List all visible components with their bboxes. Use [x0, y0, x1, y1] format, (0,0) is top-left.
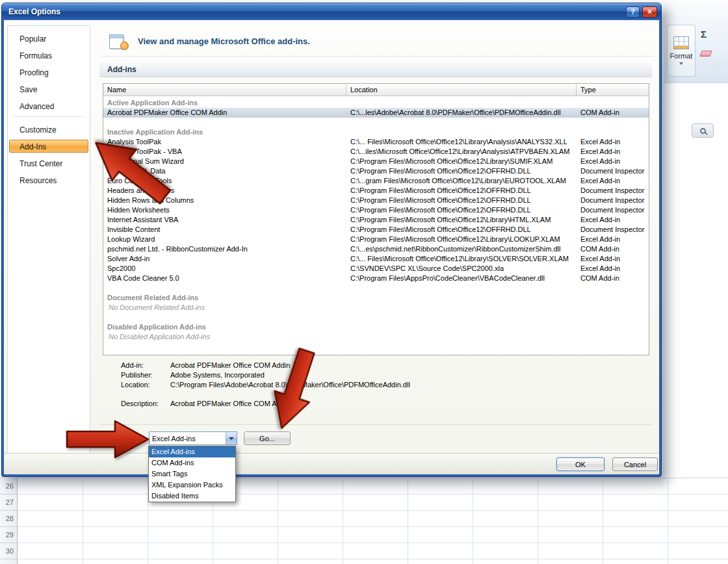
detail-label: Location: [121, 380, 170, 390]
detail-value: C:\Program Files\Adobe\Acrobat 8.0\PDFMa… [170, 380, 649, 390]
excel-background: Format Σ 2627282930 Excel Options ? × Po… [0, 0, 728, 564]
page-title: View and manage Microsoft Office add-ins… [138, 36, 310, 46]
detail-row: Description:Acrobat PDFMaker Office COM … [121, 399, 649, 409]
row-header-column: 2627282930 [0, 478, 18, 564]
sidebar-item-customize[interactable]: Customize [9, 123, 88, 136]
addin-name: Headers and Footers [103, 186, 346, 196]
sidebar-item-formulas[interactable]: Formulas [9, 49, 88, 62]
addin-row[interactable]: pschmid.net Ltd. - RibbonCustomizer Add-… [103, 244, 649, 254]
addin-row[interactable]: Hidden WorksheetsC:\Program Files\Micros… [103, 205, 649, 215]
addin-details: Add-in:Acrobat PDFMaker Office COM Addin… [121, 361, 649, 409]
sidebar-separator [13, 116, 84, 117]
addin-location: C:\Program Files\AppsPro\CodeCleaner\VBA… [346, 274, 577, 283]
dropdown-option[interactable]: XML Expansion Packs [149, 480, 235, 491]
addin-name: Conditional Sum Wizard [103, 157, 346, 166]
addin-row[interactable]: Custom XML DataC:\Program Files\Microsof… [103, 166, 649, 176]
addin-type: Excel Add-in [577, 176, 649, 186]
addin-location: C:\...iles\Microsoft Office\Office12\Lib… [346, 147, 577, 157]
dialog-titlebar[interactable]: Excel Options ? × [2, 3, 661, 20]
magnifier-icon [700, 128, 706, 134]
clear-eraser-icon[interactable] [699, 51, 712, 57]
addin-name: Hidden Rows and Columns [103, 196, 346, 205]
help-button[interactable]: ? [626, 6, 640, 18]
addin-row[interactable]: Invisible ContentC:\Program Files\Micros… [103, 225, 649, 235]
addin-row[interactable]: Headers and FootersC:\Program Files\Micr… [103, 186, 649, 196]
table-header-row: Name Location Type [103, 84, 649, 96]
close-icon: × [647, 7, 652, 16]
dropdown-option[interactable]: COM Add-ins [149, 457, 235, 468]
dropdown-option[interactable]: Smart Tags [149, 468, 235, 480]
sidebar-item-add-ins[interactable]: Add-Ins [9, 140, 88, 153]
detail-label: Publisher: [121, 370, 170, 380]
row-number: 27 [0, 494, 17, 511]
addins-table: Name Location Type Active Application Ad… [103, 83, 649, 355]
dropdown-option[interactable]: Excel Add-ins [149, 446, 235, 457]
addin-group-header: Document Related Add-ins [103, 293, 649, 303]
addin-type: COM Add-in [577, 244, 649, 254]
sidebar-item-trust-center[interactable]: Trust Center [9, 157, 88, 170]
addin-location: C:\Program Files\Microsoft Office\Office… [346, 205, 577, 215]
autosum-sigma-icon[interactable]: Σ [701, 29, 707, 40]
ribbon-fragment: Format Σ [664, 0, 728, 83]
main-header: View and manage Microsoft Office add-ins… [101, 27, 654, 57]
addin-row[interactable]: Conditional Sum WizardC:\Program Files\M… [103, 157, 649, 166]
manage-dropdown-value: Excel Add-ins [150, 435, 226, 442]
addin-row[interactable]: Lookup WizardC:\Program Files\Microsoft … [103, 235, 649, 244]
addin-name: Euro Currency Tools [103, 176, 346, 186]
sidebar-nav: PopularFormulasProofingSaveAdvancedCusto… [7, 25, 90, 455]
dropdown-button[interactable] [226, 432, 237, 444]
addin-name: Spc2000 [103, 264, 346, 274]
go-button[interactable]: Go... [244, 431, 291, 445]
addin-name: Acrobat PDFMaker Office COM Addin [103, 108, 346, 118]
row-number: 28 [0, 511, 17, 527]
addin-name: Hidden Worksheets [103, 205, 346, 215]
detail-value: Acrobat PDFMaker Office COM Add [170, 399, 649, 409]
addin-row[interactable]: Analysis ToolPak - VBAC:\...iles\Microso… [103, 147, 649, 157]
addin-location: C:\Program Files\Microsoft Office\Office… [346, 196, 577, 205]
addin-type: Document Inspector [577, 196, 649, 205]
addin-name: Custom XML Data [103, 166, 346, 176]
cancel-button[interactable]: Cancel [612, 457, 658, 471]
addin-row[interactable]: Spc2000C:\SVNDEV\SPC XL\Source Code\SPC2… [103, 264, 649, 274]
dropdown-option[interactable]: Disabled Items [149, 491, 235, 502]
addin-location: C:\Program Files\Microsoft Office\Office… [346, 215, 577, 225]
sidebar-item-popular[interactable]: Popular [9, 32, 88, 45]
sidebar-item-resources[interactable]: Resources [9, 173, 88, 186]
addin-row[interactable]: Analysis ToolPakC:\... Files\Microsoft O… [103, 137, 649, 147]
manage-divider [99, 424, 652, 425]
ok-button[interactable]: OK [556, 457, 604, 471]
close-button[interactable]: × [642, 6, 657, 18]
addin-type: COM Add-in [577, 108, 649, 118]
manage-dropdown[interactable]: Excel Add-ins [149, 431, 237, 445]
addin-location: C:\... Files\Microsoft Office\Office12\L… [346, 137, 577, 147]
sidebar-item-advanced[interactable]: Advanced [9, 99, 88, 112]
addin-group-header: Active Application Add-ins [103, 98, 649, 108]
addin-type: Excel Add-in [577, 235, 649, 244]
addin-location: C:\... Files\Microsoft Office\Office12\L… [346, 254, 577, 264]
detail-value: Adobe Systems, Incorporated [170, 370, 649, 380]
column-header-name: Name [103, 84, 346, 96]
detail-row: Publisher:Adobe Systems, Incorporated [121, 370, 649, 380]
manage-dropdown-list: Excel Add-insCOM Add-insSmart TagsXML Ex… [148, 446, 236, 502]
sidebar-item-proofing[interactable]: Proofing [9, 66, 88, 79]
column-header-location: Location [346, 84, 577, 96]
addin-row[interactable]: Hidden Rows and ColumnsC:\Program Files\… [103, 196, 649, 205]
addin-row[interactable]: Acrobat PDFMaker Office COM AddinC:\...l… [103, 108, 649, 118]
addin-location: C:\Program Files\Microsoft Office\Office… [346, 186, 577, 196]
addin-location: C:\Program Files\Microsoft Office\Office… [346, 225, 577, 235]
addin-row[interactable]: Internet Assistant VBAC:\Program Files\M… [103, 215, 649, 225]
addin-row[interactable]: Euro Currency ToolsC:\...gram Files\Micr… [103, 176, 649, 186]
background-widget [692, 123, 714, 138]
detail-row: Add-in:Acrobat PDFMaker Office COM Addin [121, 361, 649, 370]
addin-type: Excel Add-in [577, 137, 649, 147]
addin-type: Document Inspector [577, 225, 649, 235]
addin-location: C:\SVNDEV\SPC XL\Source Code\SPC2000.xla [346, 264, 577, 274]
addin-row[interactable]: VBA Code Cleaner 5.0C:\Program Files\App… [103, 274, 649, 283]
addin-type: Excel Add-in [577, 215, 649, 225]
format-cells-icon [673, 36, 689, 49]
addin-row[interactable]: Solver Add-inC:\... Files\Microsoft Offi… [103, 254, 649, 264]
sidebar-item-save[interactable]: Save [9, 83, 88, 96]
addin-location: C:\...les\Adobe\Acrobat 8.0\PDFMaker\Off… [346, 108, 577, 118]
format-button[interactable]: Format [667, 25, 696, 77]
addin-type: Excel Add-in [577, 157, 649, 166]
